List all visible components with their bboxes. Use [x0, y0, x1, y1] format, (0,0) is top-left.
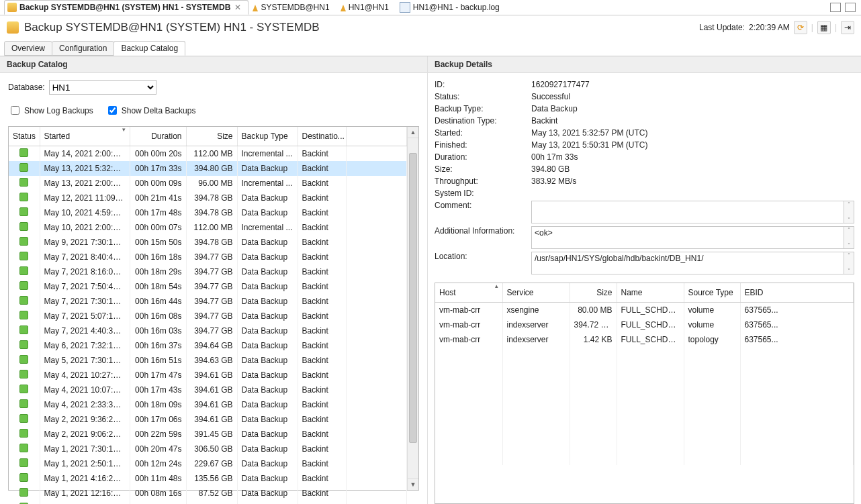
hcol-source-type[interactable]: Source Type: [684, 283, 740, 303]
editor-window-controls: [830, 3, 861, 12]
table-row[interactable]: vm-mab-crrindexserver394.72 GBFULL_SCHD_…: [435, 317, 854, 332]
cell-ebid: 637565...: [740, 303, 854, 318]
table-row-empty: [435, 376, 854, 391]
table-row[interactable]: May 10, 2021 2:00:14...00h 00m 07s112.00…: [9, 220, 407, 235]
cell-started: May 2, 2021 9:36:20 ...: [40, 412, 130, 427]
table-row[interactable]: May 9, 2021 7:30:13 ...00h 15m 50s394.78…: [9, 235, 407, 250]
cell-backup-type: Data Backup: [237, 338, 298, 353]
tab-overview[interactable]: Overview: [4, 41, 52, 56]
close-icon[interactable]: ✕: [234, 3, 241, 12]
table-row[interactable]: May 4, 2021 2:33:39 ...00h 18m 09s394.61…: [9, 397, 407, 412]
table-row[interactable]: May 12, 2021 11:09:5...00h 21m 41s394.78…: [9, 191, 407, 205]
table-row[interactable]: May 1, 2021 7:30:14 ...00h 20m 47s306.50…: [9, 442, 407, 456]
col-status[interactable]: Status: [9, 127, 40, 146]
table-row[interactable]: May 14, 2021 2:00:13...00h 00m 20s112.00…: [9, 146, 407, 162]
show-delta-backups-input[interactable]: [108, 106, 117, 115]
editor-tab-label: Backup SYSTEMDB@HN1 (SYSTEM) HN1 - SYSTE…: [19, 3, 230, 12]
table-row[interactable]: May 1, 2021 4:16:24 ...00h 11m 48s135.56…: [9, 471, 407, 486]
table-row[interactable]: May 1, 2021 2:50:12 ...00h 12m 24s229.67…: [9, 456, 407, 471]
show-log-backups-checkbox[interactable]: Show Log Backups: [8, 104, 93, 117]
table-row[interactable]: May 13, 2021 2:00:13...00h 00m 09s96.00 …: [9, 176, 407, 191]
additional-info-scrollbar[interactable]: ˄˅: [844, 226, 854, 249]
label-comment: Comment:: [435, 201, 529, 223]
table-row[interactable]: May 7, 2021 7:50:48 ...00h 18m 54s394.77…: [9, 279, 407, 294]
scroll-track[interactable]: [408, 138, 418, 478]
save-button[interactable]: ▦: [817, 21, 831, 34]
table-row[interactable]: May 7, 2021 5:07:14 ...00h 16m 08s394.77…: [9, 309, 407, 323]
col-destination[interactable]: Destinatio...: [298, 127, 346, 146]
cell-duration: 00h 15m 50s: [130, 235, 186, 250]
cell-host: vm-mab-crr: [435, 332, 502, 347]
hcol-service[interactable]: Service: [502, 283, 570, 303]
scroll-down-button[interactable]: ▼: [408, 478, 418, 490]
table-row[interactable]: May 7, 2021 4:40:30 ...00h 16m 03s394.77…: [9, 323, 407, 338]
maximize-button[interactable]: [845, 3, 856, 12]
editor-tab-backuplog[interactable]: HN1@HN1 - backup.log: [397, 1, 506, 14]
cell-size: 87.52 GB: [186, 486, 237, 501]
hcol-ebid[interactable]: EBID: [740, 283, 854, 303]
table-row[interactable]: May 1, 2021 12:16:21...00h 08m 16s87.52 …: [9, 486, 407, 501]
cell-duration: 00h 21m 41s: [130, 191, 186, 205]
title-bar: Backup SYSTEMDB@HN1 (SYSTEM) HN1 - SYSTE…: [0, 15, 861, 40]
table-row[interactable]: Apr 30, 2021 11:01:3...00h 08m 02s80.47 …: [9, 501, 407, 504]
additional-info-field[interactable]: [531, 226, 844, 249]
cell-started: May 7, 2021 8:16:03 ...: [40, 264, 130, 279]
value-started: May 13, 2021 5:32:57 PM (UTC): [531, 128, 854, 138]
show-log-backups-label: Show Log Backups: [24, 106, 93, 115]
cell-duration: 00h 17m 47s: [130, 368, 186, 383]
location-scrollbar[interactable]: ˄˅: [844, 252, 854, 274]
minimize-button[interactable]: [830, 3, 841, 12]
table-row[interactable]: May 2, 2021 9:36:20 ...00h 17m 06s394.61…: [9, 412, 407, 427]
col-backup-type[interactable]: Backup Type: [237, 127, 298, 146]
value-finished: May 13, 2021 5:50:31 PM (UTC): [531, 140, 854, 150]
tab-configuration[interactable]: Configuration: [52, 41, 114, 56]
table-row[interactable]: May 13, 2021 5:32:57...00h 17m 33s394.80…: [9, 161, 407, 176]
cell-backup-type: Data Backup: [237, 279, 298, 294]
table-row[interactable]: May 4, 2021 10:27:57...00h 17m 47s394.61…: [9, 368, 407, 383]
col-started[interactable]: Started▾: [40, 127, 130, 146]
status-success-icon: [19, 296, 28, 305]
table-row[interactable]: May 4, 2021 10:07:13...00h 17m 43s394.61…: [9, 383, 407, 397]
table-row[interactable]: May 7, 2021 8:16:03 ...00h 18m 29s394.77…: [9, 264, 407, 279]
database-select[interactable]: HN1: [49, 80, 156, 95]
cell-started: May 7, 2021 5:07:14 ...: [40, 309, 130, 323]
backup-icon: [7, 21, 19, 34]
scroll-thumb[interactable]: [409, 153, 417, 443]
cell-backup-type: Data Backup: [237, 250, 298, 264]
comment-field[interactable]: [531, 201, 844, 223]
col-duration[interactable]: Duration: [130, 127, 186, 146]
table-row[interactable]: May 2, 2021 9:06:25 ...00h 22m 59s391.45…: [9, 427, 407, 442]
host-table: Host▴ Service Size Name Source Type EBID…: [435, 283, 854, 465]
show-delta-backups-checkbox[interactable]: Show Delta Backups: [105, 104, 196, 117]
table-row[interactable]: May 6, 2021 7:32:12 ...00h 16m 37s394.64…: [9, 338, 407, 353]
page-title: Backup SYSTEMDB@HN1 (SYSTEM) HN1 - SYSTE…: [24, 21, 320, 34]
cell-destination: Backint: [298, 279, 346, 294]
show-log-backups-input[interactable]: [11, 106, 19, 115]
table-row[interactable]: May 7, 2021 7:30:13 ...00h 16m 44s394.77…: [9, 294, 407, 309]
hcol-size[interactable]: Size: [570, 283, 617, 303]
location-field[interactable]: [531, 252, 844, 274]
tab-backup-catalog[interactable]: Backup Catalog: [114, 41, 185, 56]
table-row[interactable]: vm-mab-crrindexserver1.42 KBFULL_SCHD_d.…: [435, 332, 854, 347]
editor-tab-hn1[interactable]: HN1@HN1: [338, 1, 396, 14]
hcol-name[interactable]: Name: [617, 283, 684, 303]
editor-tab-systemdb[interactable]: SYSTEMDB@HN1: [250, 1, 336, 14]
table-row[interactable]: May 10, 2021 4:59:10...00h 17m 48s394.78…: [9, 205, 407, 220]
cell-destination: Backint: [298, 486, 346, 501]
scroll-up-button[interactable]: ▲: [408, 127, 418, 138]
table-row[interactable]: vm-mab-crrxsengine80.00 MBFULL_SCHD_d...…: [435, 303, 854, 318]
table-row[interactable]: May 5, 2021 7:30:13 ...00h 16m 51s394.63…: [9, 353, 407, 368]
catalog-scrollbar[interactable]: ▲ ▼: [407, 127, 418, 490]
comment-scrollbar[interactable]: ˄˅: [844, 201, 854, 223]
cell-backup-type: Data Backup: [237, 471, 298, 486]
hcol-host[interactable]: Host▴: [435, 283, 502, 303]
cell-size: 394.77 GB: [186, 323, 237, 338]
status-success-icon: [19, 237, 28, 246]
refresh-button[interactable]: ⟳: [794, 21, 807, 34]
editor-tab-backup[interactable]: Backup SYSTEMDB@HN1 (SYSTEM) HN1 - SYSTE…: [4, 0, 248, 15]
col-size[interactable]: Size: [186, 127, 237, 146]
export-button[interactable]: ⇥: [841, 21, 854, 34]
table-row[interactable]: May 7, 2021 8:40:47 ...00h 16m 18s394.77…: [9, 250, 407, 264]
cell-started: May 10, 2021 2:00:14...: [40, 220, 130, 235]
col-spacer: [346, 127, 407, 146]
